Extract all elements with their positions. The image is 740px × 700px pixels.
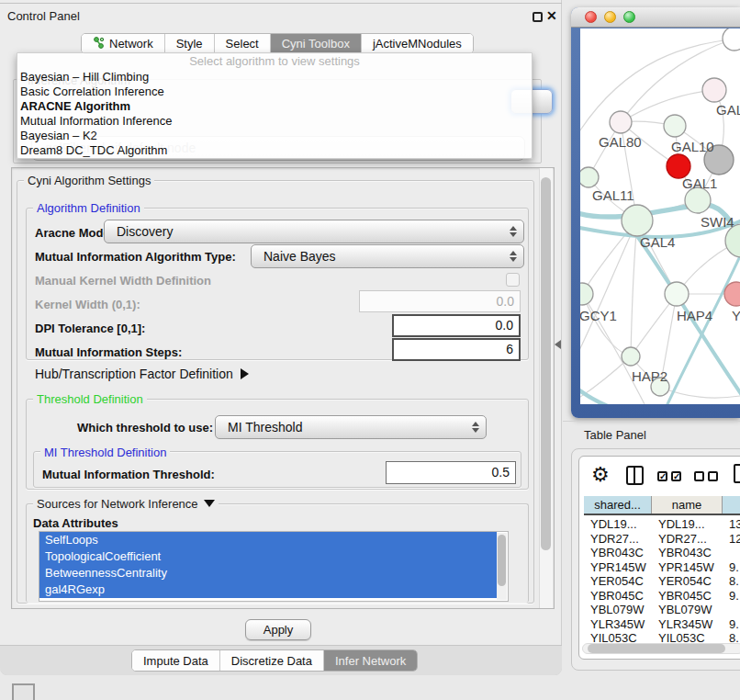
select-all-checkbox-icon[interactable]: ✓ <box>671 471 681 481</box>
popup-item[interactable]: Basic Correlation Inference <box>17 85 532 99</box>
tab-select[interactable]: Select <box>215 34 271 53</box>
attribute-item[interactable]: TopologicalCoefficient <box>39 548 497 565</box>
control-panel-tabbar: Network Style Select Cyni Toolbox jActiv… <box>81 33 474 54</box>
popup-item-selected[interactable]: ARACNE Algorithm <box>17 99 532 114</box>
apply-button[interactable]: Apply <box>245 619 311 640</box>
tab-discretize-data[interactable]: Discretize Data <box>220 650 324 671</box>
manual-kernel-checkbox[interactable] <box>506 273 520 287</box>
node-gal4[interactable] <box>622 205 653 236</box>
deselect-all-checkbox-icon[interactable] <box>708 471 718 481</box>
which-threshold-combo[interactable]: MI Threshold <box>215 415 487 439</box>
table-row[interactable]: YDR27... YDR27... 12 <box>584 532 740 547</box>
node-gcy1[interactable] <box>580 283 593 305</box>
algorithm-definition-title: Algorithm Definition <box>33 201 144 215</box>
node-label: GCY1 <box>580 308 617 323</box>
table-hscrollbar-thumb[interactable] <box>588 644 725 653</box>
tab-label: Infer Network <box>335 654 406 668</box>
popup-item[interactable]: Mutual Information Inference <box>17 114 532 129</box>
select-all-checkbox-icon[interactable]: ✓ <box>657 471 667 481</box>
settings-scrollbar-thumb[interactable] <box>541 177 551 550</box>
attribute-item[interactable]: gal4RGexp <box>39 581 497 598</box>
sources-group-title[interactable]: Sources for Network Inference <box>33 497 219 511</box>
close-window-icon[interactable] <box>585 11 597 23</box>
export-table-icon[interactable] <box>734 464 740 483</box>
zoom-window-icon[interactable] <box>623 11 635 23</box>
node-gal10[interactable] <box>664 115 686 137</box>
attribute-list-scrollbar[interactable] <box>497 533 507 600</box>
node-hap4[interactable] <box>665 282 689 306</box>
attribute-item[interactable]: SelfLoops <box>39 532 497 548</box>
tab-cyni-toolbox[interactable]: Cyni Toolbox <box>271 34 362 53</box>
column-layout-icon[interactable] <box>626 466 644 485</box>
cell-value <box>723 546 740 560</box>
tab-label: Discretize Data <box>231 654 312 668</box>
tab-jactivemnodules[interactable]: jActiveMNodules <box>362 34 473 53</box>
cell-name: YBR043C <box>652 546 723 560</box>
node-label: HAP2 <box>632 368 667 384</box>
dpi-tolerance-field[interactable]: 0.0 <box>392 314 521 337</box>
kernel-width-field[interactable]: 0.0 <box>359 290 521 312</box>
network-window-titlebar[interactable] <box>571 7 740 28</box>
close-panel-icon[interactable]: ✕ <box>546 8 557 23</box>
table-settings-gear-icon[interactable]: ⚙ <box>591 463 610 487</box>
popup-item[interactable]: Bayesian – K2 <box>17 129 532 143</box>
hub-section-toggle[interactable]: Hub/Transcription Factor Definition <box>35 367 249 381</box>
network-icon <box>93 37 105 51</box>
mi-threshold-field[interactable]: 0.5 <box>386 461 516 484</box>
node-unlabeled[interactable] <box>723 28 740 51</box>
cell-shared-name: YDR27... <box>584 532 652 547</box>
tab-impute-data[interactable]: Impute Data <box>132 650 220 671</box>
table-row[interactable]: YPR145W YPR145W 9. <box>584 560 740 575</box>
node-gal-clipped[interactable] <box>702 78 726 102</box>
minimized-panel-icon[interactable] <box>12 683 35 700</box>
aracne-mode-value: Discovery <box>105 224 503 239</box>
table-row[interactable]: YBR043C YBR043C <box>584 546 740 560</box>
cell-value: 13 <box>723 517 740 532</box>
tab-label: jActiveMNodules <box>373 37 462 51</box>
tab-infer-network[interactable]: Infer Network <box>324 650 417 671</box>
table-row[interactable]: YBR045C YBR045C 9. <box>584 589 740 604</box>
split-pane-collapse-arrow[interactable] <box>555 340 561 349</box>
aracne-mode-combo[interactable]: Discovery <box>104 220 524 243</box>
popup-item[interactable]: Bayesian – Hill Climbing <box>17 70 532 85</box>
table-row[interactable]: YLR345W YLR345W 9. <box>584 617 740 632</box>
cell-value: 9. <box>723 589 740 604</box>
table-row[interactable]: YER054C YER054C 8. <box>584 574 740 589</box>
hub-section-label: Hub/Transcription Factor Definition <box>35 367 233 381</box>
cell-value: 12 <box>723 532 740 547</box>
tab-label: Style <box>176 37 203 51</box>
node-gal11[interactable] <box>580 167 599 187</box>
mi-algorithm-combo[interactable]: Naive Bayes <box>251 244 524 268</box>
node-label: GAL80 <box>599 134 642 150</box>
tab-style[interactable]: Style <box>165 34 215 53</box>
network-view-window: GAL GAL80 GAL10 GAL1 GAL11 SWI4 GAL4 GCY… <box>571 7 740 418</box>
cell-name: YPR145W <box>652 560 723 575</box>
attribute-item[interactable]: BetweennessCentrality <box>39 565 497 581</box>
mi-steps-field[interactable]: 6 <box>392 338 521 361</box>
minimize-window-icon[interactable] <box>604 11 616 23</box>
panel-top-divider <box>0 3 562 4</box>
node-label: HAP4 <box>677 308 712 323</box>
node-gal1[interactable] <box>685 187 711 213</box>
float-panel-icon[interactable] <box>533 12 543 22</box>
node-hap2[interactable] <box>622 347 640 366</box>
panel-title: Control Panel <box>7 9 80 23</box>
deselect-all-checkbox-icon[interactable] <box>694 471 704 481</box>
threshold-definition-title: Threshold Definition <box>33 392 147 406</box>
popup-item[interactable]: Dream8 DC_TDC Algorithm <box>17 143 532 158</box>
table-row[interactable]: YDL19... YDL19... 13 <box>584 517 740 532</box>
tab-label: Network <box>109 37 153 51</box>
table-row[interactable]: YIL053C YIL053C 8. <box>584 631 740 643</box>
table-row[interactable]: YBL079W YBL079W <box>584 603 740 617</box>
node-gal80[interactable] <box>610 111 632 133</box>
cell-value: 9. <box>723 617 740 632</box>
column-header-shared-name[interactable]: shared... <box>584 496 652 514</box>
tab-network[interactable]: Network <box>82 34 165 53</box>
column-header-clipped[interactable] <box>723 496 740 514</box>
mi-steps-label: Mutual Information Steps: <box>35 345 182 359</box>
cell-shared-name: YBL079W <box>584 603 652 617</box>
cell-name: YDR27... <box>652 532 723 547</box>
tab-label: Cyni Toolbox <box>282 37 350 51</box>
column-header-name[interactable]: name <box>652 496 723 514</box>
network-canvas[interactable]: GAL GAL80 GAL10 GAL1 GAL11 SWI4 GAL4 GCY… <box>580 28 740 404</box>
